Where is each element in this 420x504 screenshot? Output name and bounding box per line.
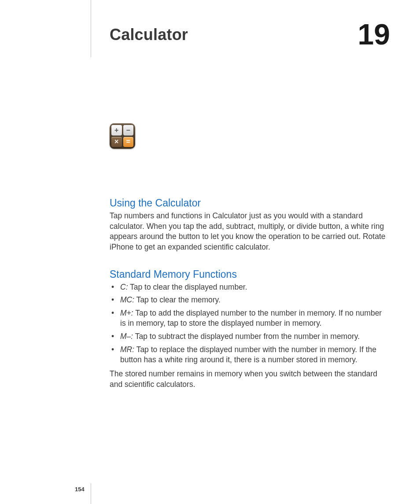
section-heading-using: Using the Calculator xyxy=(110,197,387,209)
list-item: M+: Tap to add the displayed number to t… xyxy=(110,308,387,329)
header-rule xyxy=(91,0,91,57)
memory-function-list: C: Tap to clear the displayed number. MC… xyxy=(110,282,387,365)
page-content: + − × = Using the Calculator Tap numbers… xyxy=(110,123,387,401)
list-item: M–: Tap to subtract the displayed number… xyxy=(110,331,387,342)
term: C: xyxy=(120,283,128,291)
list-item: MR: Tap to replace the displayed number … xyxy=(110,345,387,365)
chapter-title: Calculator xyxy=(110,26,188,44)
list-item: MC: Tap to clear the memory. xyxy=(110,295,387,305)
calc-key-times: × xyxy=(111,137,122,147)
desc: Tap to subtract the displayed number fro… xyxy=(135,332,360,341)
term: M–: xyxy=(120,332,133,341)
list-item: C: Tap to clear the displayed number. xyxy=(110,282,387,293)
section-body-using: Tap numbers and functions in Calculator … xyxy=(110,211,387,253)
desc: Tap to add the displayed number to the n… xyxy=(120,309,382,328)
calc-key-minus: − xyxy=(123,125,134,136)
desc: Tap to clear the memory. xyxy=(136,295,221,304)
page-number: 154 xyxy=(75,486,85,493)
term: M+: xyxy=(120,309,133,317)
section-heading-memory: Standard Memory Functions xyxy=(110,269,387,280)
footer-rule xyxy=(91,483,91,504)
desc: Tap to clear the displayed number. xyxy=(130,283,247,291)
term: MR: xyxy=(120,345,134,354)
calc-key-plus: + xyxy=(111,125,122,136)
memory-footnote: The stored number remains in memory when… xyxy=(110,369,387,390)
term: MC: xyxy=(120,295,134,304)
chapter-number: 19 xyxy=(358,18,390,51)
calc-key-equals: = xyxy=(123,137,134,147)
calculator-icon: + − × = xyxy=(110,123,135,149)
desc: Tap to replace the displayed number with… xyxy=(120,345,376,364)
